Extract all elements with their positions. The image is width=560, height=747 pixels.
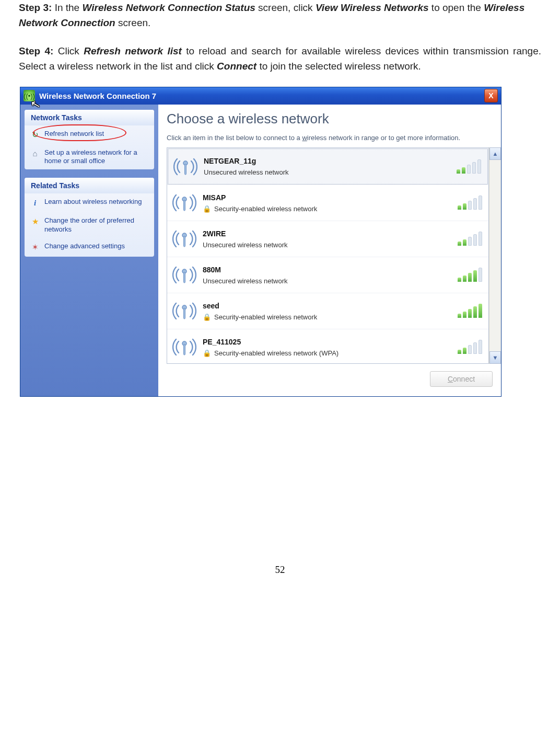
sidebar-item-refresh-network-list[interactable]: ↻ Refresh network list [25,125,154,144]
network-security: Unsecured wireless network [203,241,451,249]
svg-rect-5 [184,236,185,247]
sidebar-item-learn[interactable]: i Learn about wireless networking [25,193,154,212]
network-security: 🔒Security-enabled wireless network [203,313,451,321]
signal-strength-icon [458,340,482,354]
info-icon: i [30,198,40,208]
scroll-track[interactable] [489,160,501,351]
network-security: 🔒Security-enabled wireless network (WPA) [203,349,451,357]
step4-paragraph: Step 4: Click Refresh network list to re… [19,43,541,74]
window-title: Wireless Network Connection 7 [39,91,484,100]
sidebar-group-network-tasks: Network Tasks ↻ Refresh network list ⌂ S… [25,110,154,170]
network-list: NETGEAR_11gUnsecured wireless networkMIS… [167,147,489,364]
scroll-down-button[interactable]: ▼ [489,351,501,364]
sidebar: Network Tasks ↻ Refresh network list ⌂ S… [20,105,158,397]
network-name: seed [203,302,451,310]
titlebar[interactable]: ((•)) Wireless Network Connection 7 X ↖ [20,87,501,105]
wireless-connection-window: ((•)) Wireless Network Connection 7 X ↖ … [20,87,501,397]
signal-strength-icon [458,232,482,246]
setup-icon: ⌂ [30,148,40,159]
sidebar-item-label: Change the order of preferred networks [44,216,149,234]
scroll-up-button[interactable]: ▲ [489,147,501,160]
sidebar-item-label: Set up a wireless network for a home or … [44,148,149,166]
svg-rect-9 [184,308,185,319]
antenna-icon [172,335,196,359]
network-item[interactable]: MISAP🔒Security-enabled wireless network [167,185,488,221]
sidebar-item-change-order[interactable]: ★ Change the order of preferred networks [25,212,154,238]
page-title: Choose a wireless network [158,105,501,129]
sidebar-group-related-tasks: Related Tasks i Learn about wireless net… [25,178,154,257]
network-name: 880M [203,266,451,274]
signal-strength-icon [458,304,482,318]
signal-strength-icon [458,196,482,210]
antenna-icon [173,155,197,179]
svg-rect-11 [184,344,185,355]
sidebar-item-label: Change advanced settings [44,242,125,250]
network-name: 2WIRE [203,229,451,238]
sidebar-heading: Network Tasks [25,110,154,125]
sidebar-item-label: Refresh network list [44,130,104,138]
step3-paragraph: Step 3: In the Wireless Network Connecti… [19,0,541,31]
sidebar-item-label: Learn about wireless networking [44,198,142,206]
signal-strength-icon [458,268,482,282]
network-name: MISAP [203,193,451,202]
network-name: NETGEAR_11g [204,157,450,165]
network-security: Unsecured wireless network [204,168,450,176]
svg-rect-7 [184,272,185,283]
network-name: PE_411025 [203,338,451,346]
network-item[interactable]: 880MUnsecured wireless network [167,257,488,293]
sidebar-item-setup-network[interactable]: ⌂ Set up a wireless network for a home o… [25,144,154,170]
antenna-icon [172,191,196,215]
connect-button[interactable]: Connect [430,371,493,387]
network-item[interactable]: PE_411025🔒Security-enabled wireless netw… [167,329,488,364]
lock-icon: 🔒 [203,349,211,357]
sidebar-heading: Related Tasks [25,178,154,193]
star-icon: ★ [30,216,40,227]
network-item[interactable]: NETGEAR_11gUnsecured wireless network [168,148,488,185]
network-security: 🔒Security-enabled wireless network [203,205,451,213]
antenna-icon [172,299,196,323]
refresh-icon: ↻ [30,130,40,140]
page-number: 52 [19,564,541,591]
lock-icon: 🔒 [203,313,211,321]
svg-rect-3 [184,200,185,211]
network-item[interactable]: seed🔒Security-enabled wireless network [167,293,488,329]
network-security: Unsecured wireless network [203,277,451,285]
main-pane: Choose a wireless network Click an item … [158,105,501,397]
lock-icon: 🔒 [203,205,211,213]
signal-strength-icon [457,160,481,174]
sidebar-item-advanced[interactable]: ✶ Change advanced settings [25,238,154,257]
gear-icon: ✶ [30,242,40,252]
network-item[interactable]: 2WIREUnsecured wireless network [167,221,488,257]
page-subtitle: Click an item in the list below to conne… [158,129,501,148]
close-button[interactable]: X [484,89,498,102]
antenna-icon [172,263,196,287]
scrollbar[interactable]: ▲ ▼ [489,147,501,364]
svg-rect-1 [185,164,186,175]
antenna-icon [172,227,196,251]
